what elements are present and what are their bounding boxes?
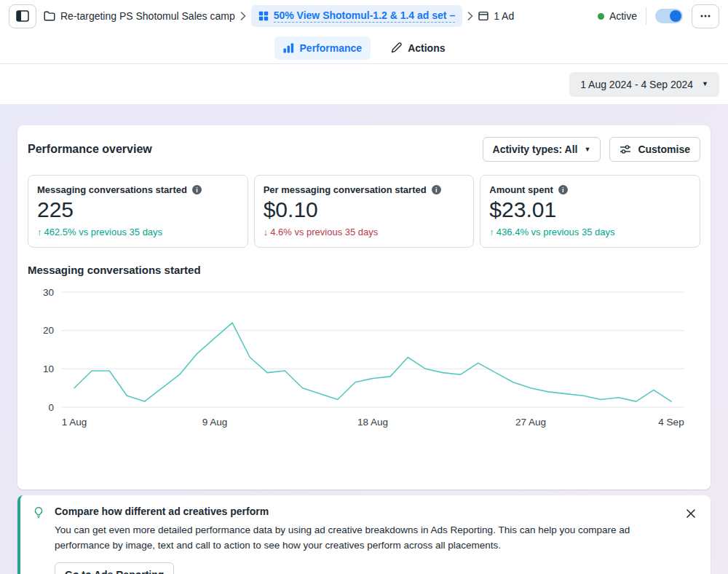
tab-performance-label: Performance — [300, 42, 363, 54]
metric-value: 225 — [37, 197, 239, 222]
arrow-down-icon: ↓ — [264, 227, 269, 237]
activity-types-label: Activity types: All — [493, 144, 578, 155]
overview-title: Performance overview — [28, 143, 152, 156]
tip-banner: Compare how different ad creatives perfo… — [17, 495, 711, 574]
svg-text:9 Aug: 9 Aug — [202, 417, 228, 428]
svg-text:4 Sep: 4 Sep — [658, 417, 684, 428]
customise-button[interactable]: Customise — [609, 137, 700, 162]
metric-change-text: 436.4% vs previous 35 days — [496, 227, 615, 237]
close-icon — [686, 508, 696, 519]
chevron-right-icon — [467, 12, 474, 20]
tab-performance[interactable]: Performance — [274, 36, 371, 60]
svg-text:27 Aug: 27 Aug — [515, 417, 546, 428]
svg-text:30: 30 — [43, 287, 54, 298]
metric-value: $23.01 — [489, 197, 691, 222]
chart-heading: Messaging conversations started — [28, 264, 700, 276]
chevron-right-icon — [240, 12, 247, 20]
arrow-up-icon: ↑ — [37, 227, 42, 237]
overview-actions: Activity types: All ▼ Customise — [483, 137, 700, 162]
adset-name: 50% View Shotomul-1.2 & 1.4 ad set – — [274, 9, 456, 23]
metric-label: Per messaging conversation started — [264, 184, 427, 195]
active-status-dot — [598, 13, 604, 20]
metric-change-text: 462.5% vs previous 35 days — [44, 227, 163, 237]
ad-icon — [478, 11, 488, 21]
ad-count-label: 1 Ad — [494, 10, 514, 22]
breadcrumb-adset[interactable]: 50% View Shotomul-1.2 & 1.4 ad set – — [251, 5, 463, 27]
metric-label-row: Amount spent i — [489, 184, 691, 195]
pencil-icon — [391, 42, 402, 53]
svg-text:20: 20 — [43, 325, 54, 336]
tip-title: Compare how different ad creatives perfo… — [55, 506, 668, 517]
metric-label: Messaging conversations started — [37, 184, 187, 195]
overview-header: Performance overview Activity types: All… — [28, 137, 700, 162]
sidebar-panel-icon — [16, 10, 29, 22]
vertical-divider — [646, 7, 646, 25]
lightbulb-icon — [32, 506, 45, 519]
ellipsis-icon — [700, 15, 711, 17]
tab-actions-label: Actions — [408, 42, 445, 54]
metric-value: $0.10 — [264, 197, 465, 222]
metric-change: ↑462.5% vs previous 35 days — [37, 227, 239, 237]
status-label: Active — [609, 10, 637, 22]
chevron-down-icon: ▼ — [702, 81, 708, 87]
info-icon[interactable]: i — [558, 185, 568, 194]
tip-body-text: You can get even more detailed performan… — [55, 523, 668, 554]
date-filter-row: 1 Aug 2024 - 4 Sep 2024 ▼ — [0, 64, 728, 104]
svg-text:1 Aug: 1 Aug — [62, 417, 87, 428]
main-content: Performance overview Activity types: All… — [0, 104, 728, 574]
top-navigation-bar: Re-targeting PS Shotomul Sales camp 50% … — [0, 0, 728, 32]
adset-grid-icon — [258, 11, 269, 21]
more-options-button[interactable] — [692, 4, 719, 28]
campaign-name: Re-targeting PS Shotomul Sales camp — [60, 10, 235, 22]
arrow-up-icon: ↑ — [489, 227, 494, 237]
metric-label-row: Per messaging conversation started i — [264, 184, 465, 195]
settings-sliders-icon — [620, 144, 631, 154]
tip-close-button[interactable] — [683, 506, 699, 524]
performance-overview-card: Performance overview Activity types: All… — [17, 125, 711, 490]
breadcrumb-ad[interactable]: 1 Ad — [478, 10, 514, 22]
metric-change-text: 4.6% vs previous 35 days — [270, 227, 378, 237]
metric-cards-row: Messaging conversations started i 225 ↑4… — [28, 175, 700, 248]
metric-label-row: Messaging conversations started i — [37, 184, 239, 195]
sidebar-toggle-button[interactable] — [9, 4, 36, 28]
metric-card: Amount spent i $23.01 ↑436.4% vs previou… — [480, 175, 700, 248]
chevron-down-icon: ▼ — [585, 146, 591, 153]
date-range-button[interactable]: 1 Aug 2024 - 4 Sep 2024 ▼ — [569, 72, 719, 97]
active-toggle[interactable] — [655, 9, 683, 23]
svg-text:0: 0 — [48, 402, 54, 413]
metric-label: Amount spent — [489, 184, 553, 195]
chart-container[interactable]: 01020301 Aug9 Aug18 Aug27 Aug4 Sep — [28, 282, 700, 434]
tip-content: Compare how different ad creatives perfo… — [55, 506, 668, 574]
breadcrumb: Re-targeting PS Shotomul Sales camp 50% … — [44, 5, 514, 27]
info-icon[interactable]: i — [432, 185, 441, 194]
breadcrumb-campaign[interactable]: Re-targeting PS Shotomul Sales camp — [44, 10, 235, 22]
date-range-label: 1 Aug 2024 - 4 Sep 2024 — [580, 79, 693, 90]
metric-card: Messaging conversations started i 225 ↑4… — [28, 175, 248, 248]
go-to-ads-reporting-button[interactable]: Go to Ads Reporting — [55, 562, 174, 574]
customise-label: Customise — [638, 144, 690, 155]
activity-types-dropdown[interactable]: Activity types: All ▼ — [483, 137, 601, 162]
metric-card: Per messaging conversation started i $0.… — [254, 175, 475, 248]
status-indicator: Active — [598, 10, 637, 22]
toggle-knob — [670, 10, 681, 22]
metric-change: ↓4.6% vs previous 35 days — [264, 227, 465, 237]
metric-change: ↑436.4% vs previous 35 days — [489, 227, 691, 237]
topbar-right-controls: Active — [598, 4, 719, 28]
bar-chart-icon — [283, 43, 294, 53]
svg-text:18 Aug: 18 Aug — [357, 417, 388, 428]
svg-text:10: 10 — [43, 363, 54, 374]
info-icon[interactable]: i — [192, 185, 202, 194]
tab-actions[interactable]: Actions — [382, 36, 454, 60]
folder-icon — [44, 11, 55, 21]
view-tabs: Performance Actions — [0, 32, 728, 64]
